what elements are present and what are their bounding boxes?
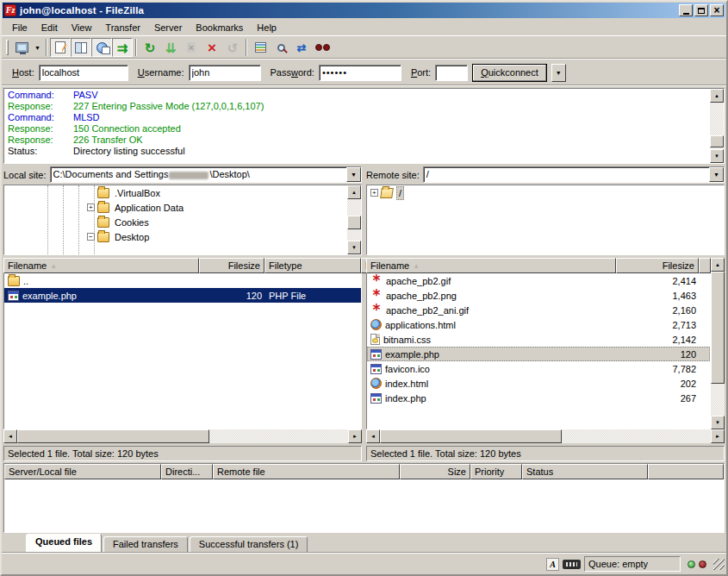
tab-queued-files[interactable]: Queued files bbox=[26, 534, 102, 552]
scroll-up-icon[interactable]: ▲ bbox=[710, 89, 724, 103]
file-row[interactable]: .. bbox=[4, 273, 361, 288]
toggle-remote-tree-button[interactable] bbox=[91, 38, 112, 57]
file-row[interactable]: *apache_pb2.png1,463 bbox=[367, 288, 710, 303]
local-tree-vscrollbar[interactable]: ▲ ▼ bbox=[347, 185, 361, 254]
process-queue-button[interactable]: ⇊ bbox=[160, 38, 181, 57]
remote-vscroll-thumb[interactable] bbox=[711, 272, 725, 384]
site-manager-button[interactable] bbox=[11, 38, 32, 57]
menu-item-help[interactable]: Help bbox=[250, 20, 283, 35]
tab-failed-transfers[interactable]: Failed transfers bbox=[103, 536, 188, 552]
remote-hscrollbar[interactable]: ◄ ► bbox=[366, 429, 725, 443]
toolbar-grip[interactable] bbox=[6, 40, 9, 55]
toggle-queue-button[interactable]: ⇉ bbox=[112, 38, 133, 57]
file-row[interactable]: example.php120PHP File1 bbox=[4, 288, 361, 303]
expand-icon[interactable]: + bbox=[370, 189, 378, 197]
file-name: index.php bbox=[385, 393, 426, 404]
column-header-filesize[interactable]: Filesize bbox=[616, 258, 699, 273]
scroll-left-icon[interactable]: ◄ bbox=[366, 429, 380, 443]
local-tree-vscroll-thumb[interactable] bbox=[347, 216, 361, 229]
column-header-filename[interactable]: Filename▲ bbox=[366, 258, 616, 273]
queue-tabs: Queued filesFailed transfersSuccessful t… bbox=[2, 533, 726, 553]
disconnect-button[interactable]: × bbox=[202, 38, 222, 57]
file-row[interactable]: *apache_pb2.gif2,414 bbox=[367, 273, 710, 288]
column-header-label: Filetype bbox=[269, 260, 302, 271]
close-button[interactable]: × bbox=[710, 4, 724, 16]
tree-item[interactable]: .VirtualBox bbox=[4, 185, 347, 200]
tab-successful-transfers-[interactable]: Successful transfers (1) bbox=[190, 536, 308, 552]
scroll-down-icon[interactable]: ▼ bbox=[347, 241, 361, 254]
menu-item-bookmarks[interactable]: Bookmarks bbox=[189, 20, 250, 35]
username-input[interactable] bbox=[189, 65, 261, 81]
column-header-filesize[interactable]: Filesize bbox=[199, 258, 264, 273]
tree-item[interactable]: +Application Data bbox=[4, 200, 347, 215]
speed-limit-icon[interactable] bbox=[563, 560, 581, 569]
quickconnect-button[interactable]: Quickconnect bbox=[472, 64, 547, 82]
scroll-left-icon[interactable]: ◄ bbox=[3, 429, 17, 443]
file-row[interactable]: favicon.ico7,782 bbox=[367, 361, 710, 376]
file-row[interactable]: example.php120 bbox=[367, 347, 710, 361]
queue-column-serverlocalfile[interactable]: Server/Local file bbox=[4, 464, 161, 479]
scroll-down-icon[interactable]: ▼ bbox=[710, 149, 724, 163]
port-input[interactable] bbox=[435, 65, 468, 81]
datatype-icon[interactable]: A bbox=[546, 558, 559, 571]
menu-item-file[interactable]: File bbox=[5, 20, 34, 35]
refresh-button[interactable]: ↻ bbox=[140, 38, 160, 57]
toggle-message-log-button[interactable] bbox=[50, 38, 71, 57]
expand-icon[interactable]: + bbox=[87, 203, 95, 211]
collapse-icon[interactable]: − bbox=[87, 233, 95, 241]
scroll-right-icon[interactable]: ► bbox=[711, 429, 725, 443]
site-manager-dropdown[interactable]: ▼ bbox=[32, 38, 43, 57]
queue-column-status[interactable]: Status bbox=[522, 464, 648, 479]
log-line-label: Response: bbox=[8, 123, 73, 135]
local-hscroll-thumb[interactable] bbox=[17, 429, 209, 443]
file-row[interactable]: *apache_pb2_ani.gif2,160 bbox=[367, 303, 710, 317]
menu-item-transfer[interactable]: Transfer bbox=[98, 20, 147, 35]
remote-path-combo[interactable]: / ▼ bbox=[423, 166, 725, 183]
filter-button[interactable] bbox=[250, 38, 271, 57]
scroll-down-icon[interactable]: ▼ bbox=[711, 416, 725, 429]
compare-button[interactable] bbox=[271, 38, 291, 57]
menu-item-view[interactable]: View bbox=[65, 20, 99, 35]
file-row[interactable]: bitnami.css2,142 bbox=[367, 332, 710, 347]
host-input[interactable] bbox=[39, 65, 128, 81]
file-row[interactable]: applications.html2,713 bbox=[367, 317, 710, 332]
tree-item[interactable]: Cookies bbox=[4, 215, 347, 229]
file-row[interactable]: index.html202 bbox=[367, 376, 710, 391]
remote-vscrollbar[interactable]: ▲ ▼ bbox=[711, 258, 725, 429]
scroll-up-icon[interactable]: ▲ bbox=[711, 258, 725, 272]
maximize-button[interactable] bbox=[694, 4, 708, 16]
remote-path-dropdown[interactable]: ▼ bbox=[709, 167, 724, 182]
remote-hscroll-thumb[interactable] bbox=[380, 429, 562, 443]
scroll-right-icon[interactable]: ► bbox=[348, 429, 362, 443]
tree-item[interactable]: +/ bbox=[367, 185, 724, 200]
reconnect-button[interactable]: ↺ bbox=[222, 38, 243, 57]
toggle-local-tree-button[interactable] bbox=[71, 38, 91, 57]
column-header-filetype[interactable]: Filetype bbox=[264, 258, 361, 273]
local-path-dropdown[interactable]: ▼ bbox=[346, 167, 361, 182]
queue-column-remotefile[interactable]: Remote file bbox=[213, 464, 400, 479]
log-vscroll-thumb[interactable] bbox=[710, 135, 724, 147]
minimize-button[interactable] bbox=[679, 4, 693, 16]
title-bar[interactable]: Fz john@localhost - FileZilla × bbox=[3, 3, 725, 18]
queue-column-size[interactable]: Size bbox=[400, 464, 470, 479]
log-vscroll-track[interactable] bbox=[710, 103, 724, 149]
menu-item-edit[interactable]: Edit bbox=[34, 20, 65, 35]
cancel-button[interactable]: × bbox=[181, 38, 202, 57]
tree-item[interactable]: −Desktop bbox=[4, 229, 347, 244]
local-path-combo[interactable]: C:\Documents and Settings\Desktop\ ▼ bbox=[50, 166, 362, 183]
resize-grip[interactable] bbox=[713, 559, 725, 570]
sync-browse-button[interactable]: ⇄ bbox=[291, 38, 312, 57]
log-vscrollbar[interactable]: ▲ ▼ bbox=[710, 89, 724, 163]
menu-item-server[interactable]: Server bbox=[147, 20, 189, 35]
scroll-up-icon[interactable]: ▲ bbox=[347, 185, 361, 199]
column-header-filename[interactable]: Filename▲ bbox=[3, 258, 199, 273]
quickconnect-dropdown[interactable]: ▼ bbox=[551, 64, 566, 82]
status-bar: A Queue: empty bbox=[2, 553, 726, 574]
local-hscrollbar[interactable]: ◄ ► bbox=[3, 429, 362, 443]
queue-column-directi[interactable]: Directi... bbox=[161, 464, 213, 479]
password-input[interactable] bbox=[319, 65, 401, 81]
queue-column-priority[interactable]: Priority bbox=[470, 464, 522, 479]
find-files-button[interactable] bbox=[312, 38, 333, 57]
file-row[interactable]: index.php267 bbox=[367, 391, 710, 405]
log-line: Command:PASV bbox=[8, 90, 710, 101]
